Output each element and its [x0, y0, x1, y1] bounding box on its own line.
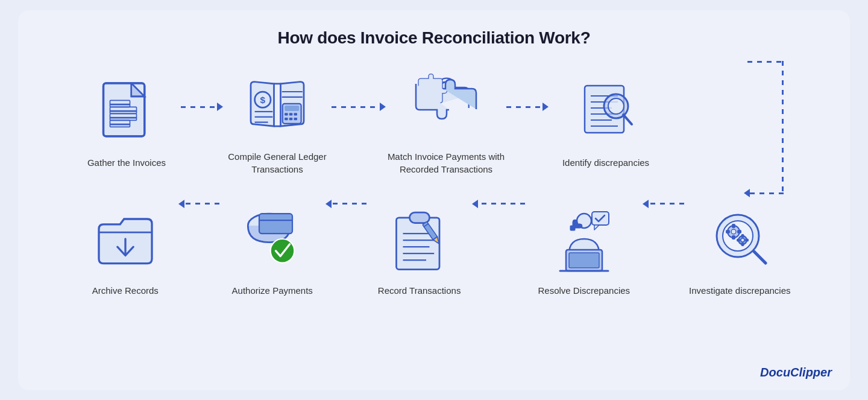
label-gather: Gather the Invoices: [87, 156, 166, 169]
svg-rect-21: [294, 113, 298, 115]
svg-rect-24: [294, 117, 298, 119]
label-authorize: Authorize Payments: [232, 284, 313, 297]
label-record: Record Transactions: [378, 284, 461, 297]
step-gather: Gather the Invoices: [72, 72, 181, 169]
diagram: Gather the Invoices: [42, 66, 826, 297]
brand-text2: Clipper: [790, 366, 832, 379]
turn-top-line: [747, 61, 784, 63]
label-identify: Identify discrepancies: [562, 156, 649, 169]
svg-rect-66: [726, 230, 729, 233]
connector-auth-arch: [178, 200, 219, 235]
bottom-row: Archive Records $: [54, 200, 814, 297]
turn-bottom-line: [747, 192, 784, 194]
connector-inv-res: [643, 200, 684, 235]
svg-rect-40: [259, 214, 292, 233]
step-archive: Archive Records: [72, 200, 178, 297]
icon-archive: [86, 200, 165, 278]
svg-rect-64: [732, 224, 735, 227]
svg-point-35: [608, 98, 624, 114]
svg-point-42: [270, 239, 294, 263]
label-compile: Compile General Ledger Transactions: [223, 150, 332, 176]
turn-vertical-line: [782, 61, 784, 194]
svg-rect-18: [285, 106, 299, 111]
svg-marker-59: [594, 225, 599, 230]
svg-rect-65: [732, 236, 735, 239]
svg-rect-44: [409, 212, 429, 223]
label-match: Match Invoice Payments with Recorded Tra…: [386, 150, 506, 176]
label-investigate: Investigate discrepancies: [689, 284, 790, 297]
icon-identify: [567, 72, 645, 150]
puzzle-icon: [413, 72, 479, 138]
svg-text:$: $: [260, 94, 266, 104]
step-identify: Identify discrepancies: [549, 72, 663, 169]
magnify-doc-icon: [573, 78, 639, 144]
icon-record: [380, 200, 459, 278]
step-investigate: Investigate discrepancies: [684, 200, 796, 297]
svg-rect-23: [289, 117, 293, 119]
page-title: How does Invoice Reconciliation Work?: [42, 28, 826, 48]
step-resolve: Resolve Discrepancies: [525, 200, 643, 297]
icon-authorize: $: [233, 200, 312, 278]
svg-rect-43: [396, 217, 439, 269]
magnify-gear-icon: [706, 206, 773, 272]
svg-rect-22: [285, 117, 288, 119]
icon-investigate: [700, 200, 779, 278]
svg-point-63: [731, 229, 736, 234]
svg-rect-71: [742, 243, 744, 246]
svg-rect-73: [746, 239, 748, 241]
connector-1-2: [181, 103, 223, 138]
svg-point-69: [741, 238, 744, 242]
clipboard-icon: [386, 206, 453, 272]
step-authorize: $ Authorize Payments: [219, 200, 326, 297]
svg-rect-20: [289, 113, 293, 115]
svg-rect-72: [737, 239, 740, 241]
step-compile: $: [223, 66, 332, 176]
brand-logo: DocuClipper: [760, 366, 832, 379]
icon-gather: [87, 72, 166, 150]
svg-rect-58: [592, 212, 609, 225]
connector-2-3: [332, 103, 386, 138]
label-archive: Archive Records: [92, 284, 159, 297]
svg-rect-55: [569, 253, 599, 268]
payment-icon: $: [239, 206, 306, 272]
svg-rect-70: [742, 235, 744, 237]
svg-rect-19: [285, 113, 288, 115]
turn-spacer: [54, 176, 814, 194]
brand-text1: Docu: [760, 366, 790, 379]
main-container: How does Invoice Reconciliation Work?: [18, 10, 850, 390]
icon-resolve: [545, 200, 623, 278]
invoice-icon: [93, 78, 160, 144]
label-resolve: Resolve Discrepancies: [538, 284, 631, 297]
svg-rect-67: [738, 230, 741, 233]
connector-rec-auth: [326, 200, 366, 235]
turn-arrow: [744, 189, 750, 197]
ledger-icon: $: [244, 72, 310, 138]
top-row: Gather the Invoices: [54, 66, 814, 176]
step-record: Record Transactions: [366, 200, 473, 297]
folder-download-icon: [92, 206, 159, 272]
icon-compile: $: [238, 66, 316, 144]
connector-3-4: [506, 103, 549, 138]
step-match: Match Invoice Payments with Recorded Tra…: [386, 66, 506, 176]
svg-line-74: [754, 252, 766, 263]
svg-rect-57: [570, 226, 575, 230]
connector-res-rec: [472, 200, 525, 235]
person-laptop-icon: [551, 206, 617, 272]
icon-match: [407, 66, 485, 144]
